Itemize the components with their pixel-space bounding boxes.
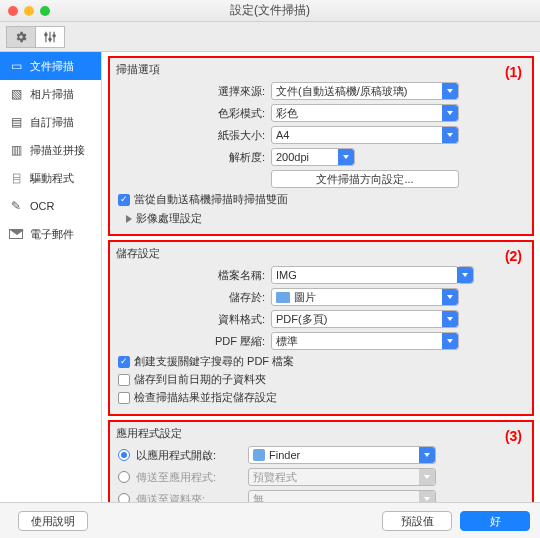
saveto-select[interactable]: 圖片 (271, 288, 459, 306)
folder-icon (276, 292, 290, 303)
svg-point-3 (45, 33, 47, 35)
sidebar-item-driver[interactable]: ⌸ 驅動程式 (0, 164, 101, 192)
sidebar-item-photo-scan[interactable]: ▧ 相片掃描 (0, 80, 101, 108)
sidebar: ▭ 文件掃描 ▧ 相片掃描 ▤ 自訂掃描 ▥ 掃描並拼接 ⌸ 驅動程式 ✎ OC… (0, 52, 102, 502)
source-label: 選擇來源: (116, 84, 271, 99)
photo-icon: ▧ (8, 87, 24, 101)
pdfcomp-label: PDF 壓縮: (116, 334, 271, 349)
open-with-select[interactable]: Finder (248, 446, 436, 464)
section-badge-1: (1) (505, 64, 522, 80)
section-badge-2: (2) (505, 248, 522, 264)
send-app-select: 預覽程式 (248, 468, 436, 486)
pdf-searchable-checkbox[interactable] (118, 356, 130, 368)
radio-send-app[interactable] (118, 471, 130, 483)
scan-options-title: 掃描選項 (116, 62, 526, 77)
confirm-save-checkbox[interactable] (118, 392, 130, 404)
sidebar-item-label: 自訂掃描 (30, 115, 74, 130)
save-settings-section: (2) 儲存設定 檔案名稱: IMG 儲存於: 圖片 資料格式: PDF(多頁)… (108, 240, 534, 416)
app-settings-section: (3) 應用程式設定 以應用程式開啟: Finder 傳送至應用程式: 預覽程式… (108, 420, 534, 502)
window-title: 設定(文件掃描) (0, 2, 540, 19)
app-settings-title: 應用程式設定 (116, 426, 526, 441)
finder-icon (253, 449, 265, 461)
subfolder-label: 儲存到目前日期的子資料夾 (134, 372, 266, 387)
sidebar-item-label: 相片掃描 (30, 87, 74, 102)
svg-point-5 (53, 34, 55, 36)
format-select[interactable]: PDF(多頁) (271, 310, 459, 328)
custom-icon: ▤ (8, 115, 24, 129)
filename-label: 檔案名稱: (116, 268, 271, 283)
filename-input[interactable]: IMG (271, 266, 459, 284)
paper-select[interactable]: A4 (271, 126, 459, 144)
format-label: 資料格式: (116, 312, 271, 327)
svg-point-4 (49, 38, 51, 40)
sidebar-item-label: 電子郵件 (30, 227, 74, 242)
driver-icon: ⌸ (8, 171, 24, 185)
help-button[interactable]: 使用說明 (18, 511, 88, 531)
sidebar-item-document-scan[interactable]: ▭ 文件掃描 (0, 52, 101, 80)
orientation-button[interactable]: 文件掃描方向設定... (271, 170, 459, 188)
radio-send-folder[interactable] (118, 493, 130, 502)
saveto-label: 儲存於: (116, 290, 271, 305)
subfolder-checkbox[interactable] (118, 374, 130, 386)
send-folder-label: 傳送至資料夾: (136, 492, 248, 503)
filename-dropdown[interactable] (458, 266, 474, 284)
sidebar-item-stitch-scan[interactable]: ▥ 掃描並拼接 (0, 136, 101, 164)
disclosure-triangle-icon (126, 215, 132, 223)
ok-button[interactable]: 好 (460, 511, 530, 531)
pdfcomp-select[interactable]: 標準 (271, 332, 459, 350)
adf-duplex-checkbox[interactable] (118, 194, 130, 206)
open-with-label: 以應用程式開啟: (136, 448, 248, 463)
toolbar-settings-icon[interactable] (6, 26, 36, 48)
pdf-searchable-label: 創建支援關鍵字搜尋的 PDF 檔案 (134, 354, 294, 369)
sidebar-item-label: OCR (30, 200, 54, 212)
scan-options-section: (1) 掃描選項 選擇來源: 文件(自動送稿機/原稿玻璃) 色彩模式: 彩色 紙… (108, 56, 534, 236)
radio-open-with[interactable] (118, 449, 130, 461)
resolution-label: 解析度: (116, 150, 271, 165)
color-select[interactable]: 彩色 (271, 104, 459, 122)
sidebar-item-custom-scan[interactable]: ▤ 自訂掃描 (0, 108, 101, 136)
confirm-save-label: 檢查掃描結果並指定儲存設定 (134, 390, 277, 405)
sidebar-item-label: 驅動程式 (30, 171, 74, 186)
footer: 使用說明 預設值 好 (0, 502, 540, 538)
sidebar-item-email[interactable]: 電子郵件 (0, 220, 101, 248)
stitch-icon: ▥ (8, 143, 24, 157)
sidebar-item-ocr[interactable]: ✎ OCR (0, 192, 101, 220)
image-processing-disclosure[interactable]: 影像處理設定 (126, 211, 526, 226)
document-icon: ▭ (8, 59, 24, 73)
send-app-label: 傳送至應用程式: (136, 470, 248, 485)
send-folder-select: 無 (248, 490, 436, 502)
defaults-button[interactable]: 預設值 (382, 511, 452, 531)
toolbar-sliders-icon[interactable] (35, 26, 65, 48)
save-settings-title: 儲存設定 (116, 246, 526, 261)
resolution-select[interactable]: 200dpi (271, 148, 355, 166)
section-badge-3: (3) (505, 428, 522, 444)
sidebar-item-label: 掃描並拼接 (30, 143, 85, 158)
toolbar (0, 22, 540, 52)
color-label: 色彩模式: (116, 106, 271, 121)
sidebar-item-label: 文件掃描 (30, 59, 74, 74)
ocr-icon: ✎ (8, 199, 24, 213)
source-select[interactable]: 文件(自動送稿機/原稿玻璃) (271, 82, 459, 100)
email-icon (8, 227, 24, 241)
paper-label: 紙張大小: (116, 128, 271, 143)
adf-duplex-label: 當從自動送稿機掃描時掃描雙面 (134, 192, 288, 207)
